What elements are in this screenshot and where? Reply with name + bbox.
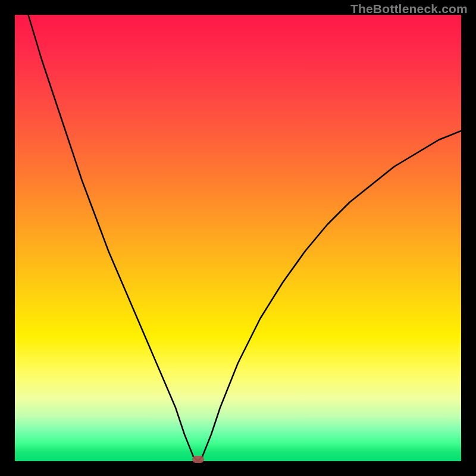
plot-area (15, 15, 461, 461)
min-marker (192, 456, 204, 463)
bottleneck-curve (15, 15, 461, 461)
watermark-text: TheBottleneck.com (350, 2, 468, 16)
chart-frame: TheBottleneck.com (0, 0, 476, 476)
